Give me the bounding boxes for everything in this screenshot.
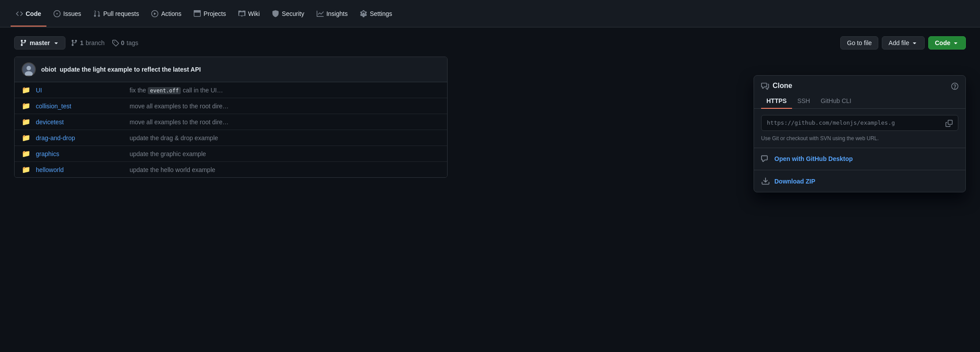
nav-insights-label: Insights	[326, 10, 348, 17]
nav-pull-requests[interactable]: Pull requests	[88, 7, 144, 21]
table-row: 📁 devicetest move all examples to the ro…	[15, 114, 447, 130]
file-desc-collision: move all examples to the root dire…	[130, 103, 440, 110]
branch-count: 1	[80, 39, 84, 46]
pull-request-icon	[93, 10, 100, 17]
projects-icon	[194, 10, 201, 17]
nav-security-label: Security	[282, 10, 304, 17]
table-row: 📁 UI fix the event.off call in the UI…	[15, 82, 447, 98]
help-icon[interactable]	[951, 82, 958, 90]
main-content: master 1 branch 0 tags G	[0, 27, 980, 187]
file-desc-devicetest: move all examples to the root dire…	[130, 119, 440, 126]
clone-title: Clone	[761, 82, 792, 90]
code-button[interactable]: Code	[928, 36, 966, 50]
download-zip-label: Download ZIP	[774, 178, 815, 185]
folder-icon: 📁	[22, 149, 31, 158]
clone-panel-header: Clone	[754, 76, 965, 90]
folder-icon: 📁	[22, 118, 31, 126]
branch-name: master	[30, 39, 50, 46]
clone-tab-ssh[interactable]: SSH	[792, 94, 815, 109]
zip-icon	[761, 176, 770, 186]
file-name-drag[interactable]: drag-and-drop	[36, 134, 124, 142]
commit-message: obiot update the light example to reflec…	[41, 66, 201, 73]
chevron-down-icon-add	[911, 39, 918, 46]
open-desktop-option[interactable]: Open with GitHub Desktop	[754, 148, 965, 170]
table-row: 📁 collision_test move all examples to th…	[15, 98, 447, 114]
issues-icon	[54, 10, 61, 17]
actions-icon	[151, 10, 158, 17]
clone-title-text: Clone	[773, 82, 792, 90]
avatar	[22, 62, 36, 77]
go-to-file-button[interactable]: Go to file	[840, 36, 878, 50]
branch-count-link[interactable]: 1 branch	[71, 39, 105, 46]
add-file-button[interactable]: Add file	[882, 36, 925, 50]
tag-count-link[interactable]: 0 tags	[112, 39, 138, 46]
file-name-devicetest[interactable]: devicetest	[36, 119, 124, 126]
file-table: obiot update the light example to reflec…	[14, 57, 448, 178]
clone-tab-cli[interactable]: GitHub CLI	[815, 94, 857, 109]
code-icon	[16, 10, 23, 17]
security-icon	[272, 10, 279, 17]
branch-selector[interactable]: master	[14, 36, 65, 50]
top-nav: Code Issues Pull requests Actions	[0, 0, 980, 27]
add-file-label: Add file	[888, 39, 909, 46]
file-name-ui[interactable]: UI	[36, 87, 124, 94]
url-row: https://github.com/melonjs/examples.g	[761, 115, 958, 131]
nav-projects-label: Projects	[203, 10, 226, 17]
clone-panel: Clone HTTPS SSH GitHub CLI https://githu…	[754, 75, 966, 192]
tag-icon	[112, 39, 119, 46]
branch-icon	[20, 39, 27, 46]
table-row: 📁 graphics update the graphic example	[15, 146, 447, 162]
clone-body: https://github.com/melonjs/examples.g Us…	[754, 109, 965, 148]
file-name-collision[interactable]: collision_test	[36, 103, 124, 110]
clone-tab-https[interactable]: HTTPS	[761, 94, 792, 109]
nav-code[interactable]: Code	[11, 7, 46, 21]
nav-code-label: Code	[26, 10, 41, 17]
clone-tabs: HTTPS SSH GitHub CLI	[754, 90, 965, 109]
commit-username[interactable]: obiot	[41, 66, 56, 73]
insights-icon	[317, 10, 324, 17]
commit-row: obiot update the light example to reflec…	[15, 57, 447, 82]
nav-security[interactable]: Security	[267, 7, 310, 21]
file-desc-ui: fix the event.off call in the UI…	[130, 87, 440, 94]
chevron-down-icon	[53, 39, 60, 46]
nav-wiki[interactable]: Wiki	[233, 7, 265, 21]
nav-insights[interactable]: Insights	[311, 7, 353, 21]
svg-point-1	[27, 66, 31, 70]
nav-settings[interactable]: Settings	[355, 7, 398, 21]
wiki-icon	[238, 10, 245, 17]
nav-issues[interactable]: Issues	[48, 7, 86, 21]
clone-image-icon	[761, 82, 769, 90]
file-desc-drag: update the drag & drop example	[130, 134, 440, 142]
branch-info: 1 branch 0 tags	[71, 39, 138, 46]
code-btn-label: Code	[935, 39, 950, 46]
top-actions: Go to file Add file Code	[840, 36, 966, 50]
file-name-helloworld[interactable]: helloworld	[36, 166, 124, 173]
folder-icon: 📁	[22, 134, 31, 142]
folder-icon: 📁	[22, 86, 31, 94]
folder-icon: 📁	[22, 102, 31, 110]
file-name-graphics[interactable]: graphics	[36, 150, 124, 157]
settings-icon	[360, 10, 367, 17]
nav-wiki-label: Wiki	[248, 10, 260, 17]
branch-label: branch	[86, 39, 105, 46]
nav-actions[interactable]: Actions	[146, 7, 187, 21]
tag-label: tags	[126, 39, 138, 46]
nav-projects[interactable]: Projects	[188, 7, 231, 21]
nav-pull-requests-label: Pull requests	[103, 10, 139, 17]
go-to-file-label: Go to file	[847, 39, 872, 46]
branch-bar: master 1 branch 0 tags G	[14, 36, 966, 50]
file-desc-helloworld: update the hello world example	[130, 166, 440, 173]
branch-count-icon	[71, 39, 78, 46]
nav-actions-label: Actions	[161, 10, 181, 17]
commit-text: update the light example to reflect the …	[60, 66, 201, 73]
download-zip-option[interactable]: Download ZIP	[754, 170, 965, 192]
chevron-down-icon-code	[952, 39, 959, 46]
table-row: 📁 helloworld update the hello world exam…	[15, 162, 447, 177]
file-desc-graphics: update the graphic example	[130, 150, 440, 157]
table-row: 📁 drag-and-drop update the drag & drop e…	[15, 130, 447, 146]
tag-count: 0	[121, 39, 125, 46]
nav-settings-label: Settings	[370, 10, 392, 17]
folder-icon: 📁	[22, 165, 31, 174]
open-desktop-label: Open with GitHub Desktop	[774, 155, 853, 162]
copy-icon[interactable]	[946, 119, 953, 127]
